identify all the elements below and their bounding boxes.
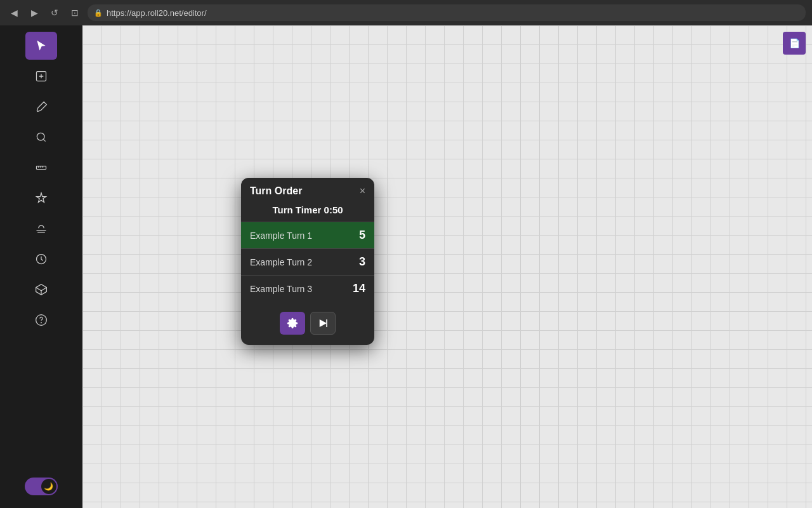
- turn-row-value-1: 5: [359, 229, 365, 242]
- sidebar-tool-help[interactable]: [25, 306, 57, 334]
- nav-forward-button[interactable]: ▶: [27, 5, 42, 20]
- journal-icon: 📄: [789, 38, 800, 48]
- bookmark-button[interactable]: ⊡: [67, 5, 82, 20]
- toggle-knob: [41, 479, 56, 494]
- gear-button[interactable]: [280, 312, 305, 335]
- turn-row-value-3: 14: [353, 282, 365, 295]
- sidebar-tool-zoom[interactable]: [25, 123, 57, 151]
- svg-rect-6: [326, 319, 327, 327]
- sidebar-tool-dice[interactable]: [25, 276, 57, 304]
- sidebar-tool-measure[interactable]: [25, 154, 57, 182]
- svg-rect-2: [36, 166, 46, 170]
- address-bar[interactable]: 🔒 https://app.roll20.net/editor/: [88, 4, 806, 21]
- turn-row-1[interactable]: Example Turn 1 5: [241, 222, 374, 248]
- sidebar-tool-draw[interactable]: [25, 93, 57, 121]
- turn-order-dialog: Turn Order × Turn Timer 0:50 Example Tur…: [241, 178, 374, 345]
- turn-row-2[interactable]: Example Turn 2 3: [241, 248, 374, 275]
- next-turn-button[interactable]: [310, 312, 336, 335]
- lock-icon: 🔒: [94, 9, 103, 17]
- turn-row-3[interactable]: Example Turn 3 14: [241, 275, 374, 302]
- dialog-header: Turn Order ×: [241, 178, 374, 202]
- sidebar-tool-token[interactable]: [25, 62, 57, 90]
- sidebar-tool-timer[interactable]: [25, 245, 57, 273]
- dialog-close-button[interactable]: ×: [360, 186, 365, 196]
- turn-row-name-1: Example Turn 1: [250, 231, 312, 241]
- dialog-footer: [241, 302, 374, 345]
- nav-back-button[interactable]: ◀: [6, 5, 22, 20]
- sidebar-tool-fog[interactable]: [25, 215, 57, 243]
- url-text: https://app.roll20.net/editor/: [107, 8, 207, 18]
- turn-row-name-3: Example Turn 3: [250, 284, 312, 294]
- browser-bar: ◀ ▶ ↺ ⊡ 🔒 https://app.roll20.net/editor/: [0, 0, 812, 25]
- svg-point-1: [37, 133, 44, 140]
- dark-mode-toggle[interactable]: [25, 478, 58, 495]
- sidebar: [0, 25, 82, 508]
- svg-point-5: [41, 323, 41, 323]
- sidebar-tool-select[interactable]: [25, 32, 57, 60]
- reload-button[interactable]: ↺: [47, 5, 62, 20]
- main-layout: 📄 Turn Order × Turn Timer 0:50 Example T…: [0, 25, 812, 508]
- turn-timer: Turn Timer 0:50: [241, 202, 374, 222]
- turn-row-value-2: 3: [359, 255, 365, 269]
- canvas-area: 📄 Turn Order × Turn Timer 0:50 Example T…: [82, 25, 812, 508]
- dialog-title: Turn Order: [250, 185, 302, 197]
- journal-button[interactable]: 📄: [783, 32, 806, 55]
- turn-rows-container: Example Turn 1 5 Example Turn 2 3 Exampl…: [241, 222, 374, 302]
- turn-row-name-2: Example Turn 2: [250, 257, 312, 267]
- sidebar-tool-fx[interactable]: [25, 184, 57, 212]
